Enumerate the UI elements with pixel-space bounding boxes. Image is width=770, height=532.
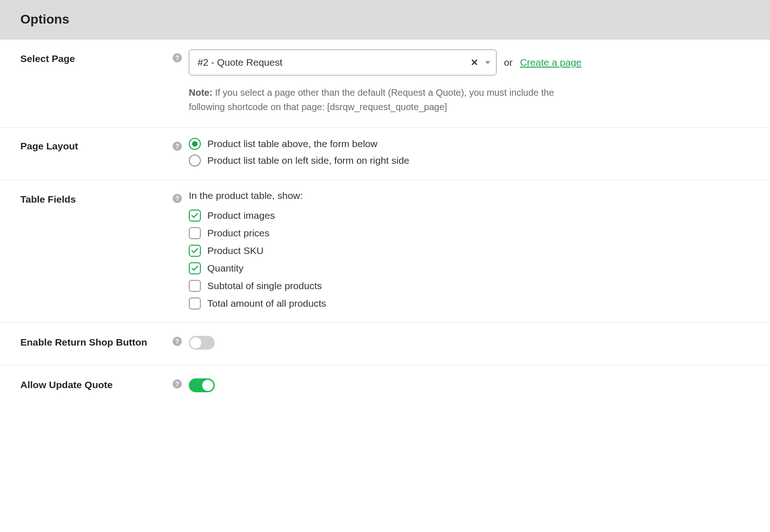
check-product-sku[interactable]: Product SKU <box>189 245 750 257</box>
help-icon[interactable]: ? <box>173 142 182 151</box>
options-form-table: Select Page ? #2 - Quote Request ✕ or Cr… <box>0 39 770 408</box>
check-subtotal[interactable]: Subtotal of single products <box>189 280 750 292</box>
toggle-knob <box>190 337 201 348</box>
help-icon[interactable]: ? <box>173 337 182 346</box>
page-select[interactable]: #2 - Quote Request ✕ <box>189 49 497 75</box>
create-page-link[interactable]: Create a page <box>520 57 582 68</box>
help-icon[interactable]: ? <box>173 379 182 389</box>
row-return-shop: Enable Return Shop Button ? <box>0 323 770 365</box>
toggle-knob <box>202 380 213 391</box>
note-text: If you select a page other than the defa… <box>189 87 554 112</box>
check-total[interactable]: Total amount of all products <box>189 297 750 309</box>
select-page-label: Select Page <box>20 53 75 64</box>
checkbox-icon <box>189 262 201 274</box>
radio-icon <box>189 138 201 150</box>
table-fields-checks: Product images Product prices Product SK… <box>189 210 750 309</box>
checkbox-icon <box>189 297 201 309</box>
check-quantity[interactable]: Quantity <box>189 262 750 274</box>
checkbox-icon <box>189 280 201 292</box>
checkbox-label: Product prices <box>207 228 269 239</box>
row-table-fields: Table Fields ? In the product table, sho… <box>0 180 770 323</box>
clear-icon[interactable]: ✕ <box>469 57 479 68</box>
return-shop-toggle[interactable] <box>189 336 215 350</box>
page-select-value: #2 - Quote Request <box>198 57 466 68</box>
help-icon[interactable]: ? <box>173 194 182 203</box>
radio-icon <box>189 155 201 167</box>
checkbox-label: Quantity <box>207 263 243 274</box>
radio-label: Product list table on left side, form on… <box>207 155 410 166</box>
checkbox-icon <box>189 227 201 239</box>
layout-option-left-right[interactable]: Product list table on left side, form on… <box>189 155 750 167</box>
checkbox-label: Product images <box>207 210 275 221</box>
checkbox-label: Subtotal of single products <box>207 280 322 291</box>
page-layout-radios: Product list table above, the form below… <box>189 138 750 167</box>
allow-update-toggle[interactable] <box>189 378 215 392</box>
section-title: Options <box>20 12 750 27</box>
checkbox-label: Total amount of all products <box>207 298 326 309</box>
table-fields-label: Table Fields <box>20 194 76 204</box>
checkbox-label: Product SKU <box>207 245 263 256</box>
check-product-prices[interactable]: Product prices <box>189 227 750 239</box>
checkbox-icon <box>189 210 201 222</box>
row-select-page: Select Page ? #2 - Quote Request ✕ or Cr… <box>0 39 770 128</box>
return-shop-label: Enable Return Shop Button <box>20 337 147 347</box>
or-text: or <box>504 57 513 68</box>
row-page-layout: Page Layout ? Product list table above, … <box>0 128 770 180</box>
checkbox-icon <box>189 245 201 257</box>
chevron-down-icon[interactable] <box>485 61 491 64</box>
help-icon[interactable]: ? <box>173 53 182 62</box>
layout-option-above-below[interactable]: Product list table above, the form below <box>189 138 750 150</box>
allow-update-label: Allow Update Quote <box>20 379 113 390</box>
row-allow-update: Allow Update Quote ? <box>0 365 770 408</box>
check-product-images[interactable]: Product images <box>189 210 750 222</box>
options-header: Options <box>0 0 770 39</box>
table-fields-intro: In the product table, show: <box>189 190 750 201</box>
page-layout-label: Page Layout <box>20 141 78 151</box>
note-bold: Note: <box>189 87 212 98</box>
select-page-note: Note: If you select a page other than th… <box>189 86 587 114</box>
radio-label: Product list table above, the form below <box>207 138 378 149</box>
